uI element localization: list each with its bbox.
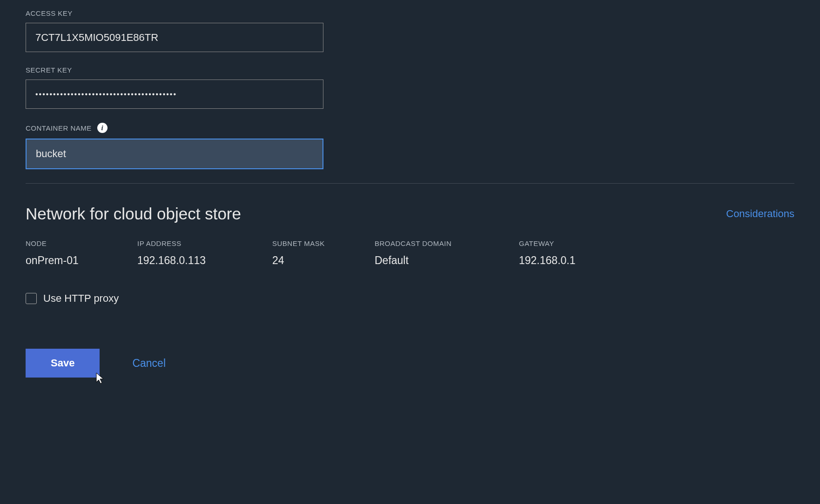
network-table: NODE IP ADDRESS SUBNET MASK BROADCAST DO… (26, 239, 794, 267)
section-divider (26, 183, 794, 184)
header-gateway: GATEWAY (519, 239, 794, 247)
http-proxy-row: Use HTTP proxy (26, 292, 794, 305)
header-broadcast-domain: BROADCAST DOMAIN (375, 239, 519, 247)
value-node: onPrem-01 (26, 254, 137, 267)
container-name-group: CONTAINER NAME i (26, 123, 794, 169)
container-name-label-row: CONTAINER NAME i (26, 123, 794, 133)
access-key-input[interactable] (26, 23, 323, 52)
cancel-button[interactable]: Cancel (132, 357, 166, 370)
header-node: NODE (26, 239, 137, 247)
http-proxy-label[interactable]: Use HTTP proxy (43, 292, 119, 305)
info-icon[interactable]: i (97, 123, 108, 133)
container-name-input[interactable] (26, 139, 323, 169)
header-subnet-mask: SUBNET MASK (272, 239, 375, 247)
container-name-label: CONTAINER NAME (26, 124, 92, 132)
save-button[interactable]: Save (26, 349, 100, 378)
access-key-group: ACCESS KEY (26, 9, 794, 52)
network-section-header: Network for cloud object store Considera… (26, 205, 794, 223)
header-ip-address: IP ADDRESS (137, 239, 272, 247)
value-subnet-mask: 24 (272, 254, 375, 267)
value-gateway: 192.168.0.1 (519, 254, 794, 267)
http-proxy-checkbox[interactable] (26, 293, 37, 304)
considerations-link[interactable]: Considerations (726, 208, 794, 220)
value-broadcast-domain: Default (375, 254, 519, 267)
action-buttons: Save Cancel (26, 349, 794, 378)
secret-key-group: SECRET KEY (26, 66, 794, 109)
secret-key-label: SECRET KEY (26, 66, 794, 74)
secret-key-input[interactable] (26, 80, 323, 109)
access-key-label: ACCESS KEY (26, 9, 794, 17)
network-section-title: Network for cloud object store (26, 205, 241, 223)
value-ip-address: 192.168.0.113 (137, 254, 272, 267)
